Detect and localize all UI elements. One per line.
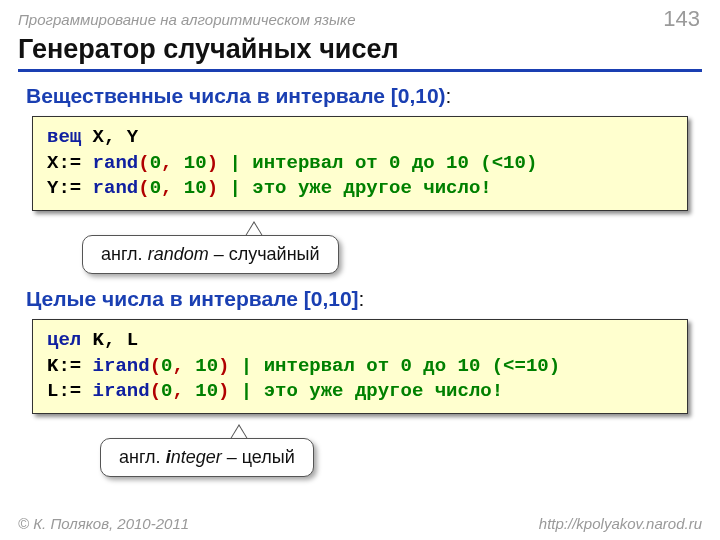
callout-text: англ.	[119, 447, 166, 467]
code-real: вещ X, Y X:= rand(0, 10) | интервал от 0…	[32, 116, 688, 211]
callout-real-wrap: англ. random – случайный	[0, 223, 720, 285]
code-token: 10	[195, 380, 218, 402]
colon: :	[446, 84, 452, 107]
callout-tail	[230, 424, 248, 439]
code-token: (	[138, 177, 149, 199]
code-comment: | это уже другое число!	[229, 380, 503, 402]
code-token: (	[150, 355, 161, 377]
code-token: Y:=	[47, 177, 93, 199]
code-token: 0	[161, 355, 172, 377]
code-token: rand	[93, 177, 139, 199]
footer-right: http://kpolyakov.narod.ru	[539, 515, 702, 532]
code-token: 10	[184, 152, 207, 174]
code-token: irand	[93, 380, 150, 402]
code-token: )	[218, 380, 229, 402]
code-token: ,	[161, 152, 184, 174]
code-token: X:=	[47, 152, 93, 174]
footer-left: © К. Поляков, 2010-2011	[18, 515, 189, 532]
code-token: (	[138, 152, 149, 174]
code-token: irand	[93, 355, 150, 377]
callout-text: – случайный	[209, 244, 320, 264]
callout-rest: nteger	[171, 447, 222, 467]
code-token: 0	[150, 177, 161, 199]
callout-int-wrap: англ. integer – целый	[0, 426, 720, 488]
code-token: ,	[172, 355, 195, 377]
page-number: 143	[663, 6, 700, 32]
code-token: K:=	[47, 355, 93, 377]
code-token: )	[218, 355, 229, 377]
heading-int-text: Целые числа в интервале [0,10]	[26, 287, 359, 310]
callout-word: integer	[166, 447, 222, 467]
top-bar: Программирование на алгоритмическом язык…	[0, 0, 720, 34]
callout-word: random	[148, 244, 209, 264]
heading-real-text: Вещественные числа в интервале [0,10)	[26, 84, 446, 107]
heading-int: Целые числа в интервале [0,10]:	[26, 287, 698, 311]
code-token: ,	[161, 177, 184, 199]
callout-text: – целый	[222, 447, 295, 467]
code-token: 0	[150, 152, 161, 174]
slide: { "top": { "course": "Программирование н…	[0, 0, 720, 540]
code-token: 10	[184, 177, 207, 199]
code-comment: | интервал от 0 до 10 (<10)	[218, 152, 537, 174]
footer: © К. Поляков, 2010-2011 http://kpolyakov…	[0, 515, 720, 532]
code-token: rand	[93, 152, 139, 174]
callout-random: англ. random – случайный	[82, 235, 339, 274]
code-token: K, L	[81, 329, 138, 351]
code-token: вещ	[47, 126, 81, 148]
code-token: (	[150, 380, 161, 402]
code-token: 10	[195, 355, 218, 377]
code-token: 0	[161, 380, 172, 402]
code-comment: | интервал от 0 до 10 (<=10)	[229, 355, 560, 377]
code-token: )	[207, 152, 218, 174]
code-token: )	[207, 177, 218, 199]
code-int: цел K, L K:= irand(0, 10) | интервал от …	[32, 319, 688, 414]
callout-integer: англ. integer – целый	[100, 438, 314, 477]
colon: :	[359, 287, 365, 310]
code-token: L:=	[47, 380, 93, 402]
slide-title: Генератор случайных чисел	[18, 34, 702, 72]
code-token: ,	[172, 380, 195, 402]
code-token: X, Y	[81, 126, 138, 148]
callout-text: англ.	[101, 244, 148, 264]
callout-tail	[245, 221, 263, 236]
heading-real: Вещественные числа в интервале [0,10):	[26, 84, 698, 108]
course-title: Программирование на алгоритмическом язык…	[18, 11, 356, 28]
code-comment: | это уже другое число!	[218, 177, 492, 199]
code-token: цел	[47, 329, 81, 351]
